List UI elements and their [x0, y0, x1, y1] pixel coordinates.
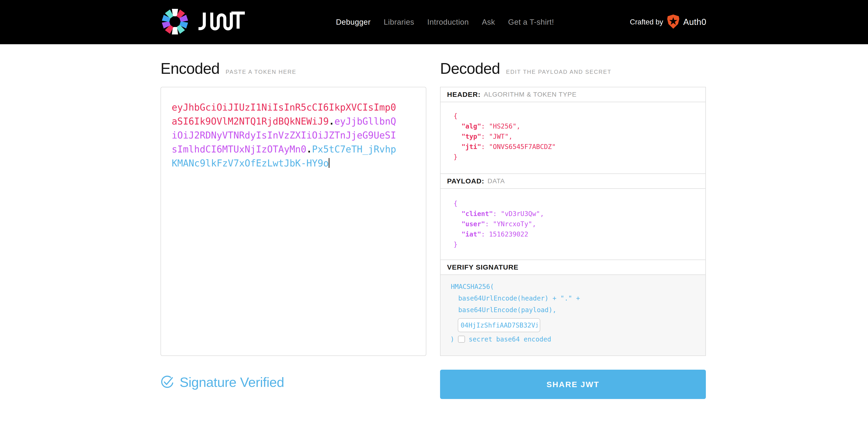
header-sublabel: ALGORITHM & TOKEN TYPE [484, 91, 577, 98]
json-key: "alg" [462, 123, 481, 130]
verify-signature-panel: HMACSHA256( base64UrlEncode(header) + ".… [440, 274, 706, 356]
top-navigation-bar: DebuggerLibrariesIntroductionAskGet a T-… [0, 0, 868, 44]
json-line: } [454, 152, 705, 162]
secret-base64-checkbox[interactable] [458, 336, 465, 343]
payload-section-label: PAYLOAD: DATA [440, 173, 706, 189]
decoded-subtitle: EDIT THE PAYLOAD AND SECRET [506, 69, 611, 75]
json-line: { [454, 199, 705, 209]
decoded-title: Decoded [440, 60, 500, 77]
json-key: "typ" [462, 133, 481, 140]
nav-item-ask[interactable]: Ask [482, 18, 495, 27]
encoded-title: Encoded [160, 60, 220, 77]
check-circle-icon [160, 375, 174, 389]
hmac-code-line-1: HMACSHA256( [451, 283, 494, 291]
json-line: "alg": "HS256", [454, 121, 705, 132]
hmac-code-line-3: base64UrlEncode(payload), [458, 306, 556, 314]
crafted-by-auth0-link[interactable]: Crafted by Auth0 [630, 0, 706, 44]
share-jwt-button[interactable]: SHARE JWT [440, 370, 706, 399]
encoded-token-editor[interactable]: eyJhbGciOiJIUzI1NiIsInR5cCI6IkpXVCIsImp0… [160, 87, 426, 356]
secret-input[interactable] [458, 318, 540, 332]
jwt-token-text[interactable]: eyJhbGciOiJIUzI1NiIsInR5cCI6IkpXVCIsImp0… [172, 100, 397, 170]
jwt-debugger-page: DebuggerLibrariesIntroductionAskGet a T-… [0, 0, 868, 426]
header-section-label: HEADER: ALGORITHM & TOKEN TYPE [440, 87, 706, 102]
signature-status: Signature Verified [160, 374, 284, 390]
jwt-logo[interactable] [160, 6, 246, 38]
payload-json-editor[interactable]: {"client": "vD3rU3Qw","user": "YNrcxoTy"… [440, 188, 706, 260]
json-value: : 1516239022 [481, 230, 528, 238]
payload-sublabel: DATA [488, 177, 505, 185]
text-caret [329, 158, 330, 168]
json-key: "user" [462, 220, 485, 228]
json-value: : "JWT", [481, 133, 513, 140]
nav-item-introduction[interactable]: Introduction [427, 18, 469, 27]
encoded-subtitle: PASTE A TOKEN HERE [226, 69, 297, 75]
verify-signature-label: VERIFY SIGNATURE [447, 263, 519, 271]
json-key: "client" [462, 210, 493, 218]
encoded-title-row: Encoded PASTE A TOKEN HERE [160, 60, 296, 77]
token-separator: . [306, 144, 312, 155]
closing-paren: ) [450, 335, 454, 343]
json-line: "iat": 1516239022 [454, 229, 705, 239]
jwt-wordmark-icon [196, 11, 246, 33]
main-nav: DebuggerLibrariesIntroductionAskGet a T-… [336, 0, 554, 44]
json-line: "user": "YNrcxoTy", [454, 219, 705, 229]
payload-label: PAYLOAD: [447, 177, 484, 185]
nav-item-get-a-t-shirt[interactable]: Get a T-shirt! [508, 18, 554, 27]
nav-item-libraries[interactable]: Libraries [384, 18, 414, 27]
secret-base64-label: secret base64 encoded [469, 335, 551, 343]
json-value: : "vD3rU3Qw", [493, 210, 544, 218]
signature-status-text: Signature Verified [180, 374, 284, 390]
crafted-by-label: Crafted by [630, 18, 663, 26]
json-key: "jti" [462, 143, 481, 151]
json-value: : "HS256", [481, 123, 520, 130]
json-key: "iat" [462, 230, 481, 238]
json-value: : "ONVS6545F7ABCDZ" [481, 143, 556, 151]
decoded-title-row: Decoded EDIT THE PAYLOAD AND SECRET [440, 60, 612, 77]
header-json-editor[interactable]: {"alg": "HS256","typ": "JWT","jti": "ONV… [440, 102, 706, 174]
auth0-shield-icon [667, 14, 680, 30]
json-line: "typ": "JWT", [454, 132, 705, 142]
token-separator: . [329, 116, 334, 127]
json-line: "client": "vD3rU3Qw", [454, 209, 705, 219]
jwt-pinwheel-icon [160, 7, 189, 37]
json-line: "jti": "ONVS6545F7ABCDZ" [454, 142, 705, 152]
header-label: HEADER: [447, 91, 480, 98]
auth0-wordmark: Auth0 [683, 17, 706, 27]
json-line: } [454, 239, 705, 250]
verify-signature-label-row: VERIFY SIGNATURE [440, 260, 706, 275]
hmac-code-line-2: base64UrlEncode(header) + "." + [458, 294, 580, 302]
nav-item-debugger[interactable]: Debugger [336, 18, 371, 27]
json-value: : "YNrcxoTy", [485, 220, 536, 228]
json-line: { [454, 111, 705, 121]
